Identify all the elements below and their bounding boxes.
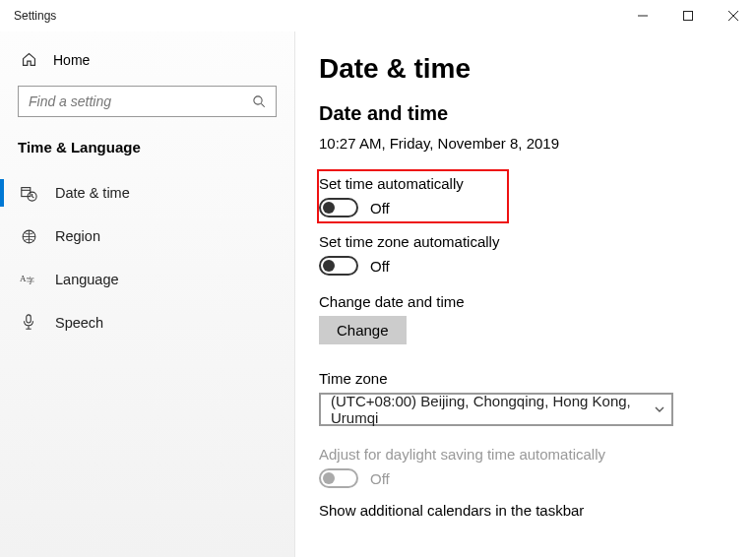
timezone-label: Time zone — [319, 370, 732, 387]
close-button[interactable] — [711, 0, 756, 31]
set-time-auto-label: Set time automatically — [319, 175, 499, 192]
category-title: Time & Language — [0, 131, 294, 171]
titlebar: Settings — [0, 0, 756, 31]
set-time-auto-state: Off — [370, 200, 390, 217]
page-title: Date & time — [319, 53, 732, 85]
microphone-icon — [20, 314, 37, 332]
home-label: Home — [53, 52, 90, 68]
sidebar-item-label: Region — [55, 228, 100, 244]
sidebar-item-label: Date & time — [55, 185, 130, 201]
timezone-value: (UTC+08:00) Beijing, Chongqing, Hong Kon… — [331, 393, 654, 426]
maximize-button[interactable] — [665, 0, 711, 31]
set-tz-auto-label: Set time zone automatically — [319, 233, 732, 250]
set-tz-auto-state: Off — [370, 258, 390, 275]
section-title: Date and time — [319, 102, 732, 125]
globe-icon — [20, 228, 37, 245]
current-datetime: 10:27 AM, Friday, November 8, 2019 — [319, 135, 732, 152]
svg-rect-7 — [27, 315, 32, 323]
svg-text:A: A — [20, 274, 27, 283]
main-content: Date & time Date and time 10:27 AM, Frid… — [295, 31, 756, 557]
window-title: Settings — [14, 9, 56, 23]
dst-toggle — [319, 468, 358, 488]
svg-rect-2 — [22, 188, 31, 197]
change-dt-label: Change date and time — [319, 293, 732, 310]
search-input[interactable] — [19, 93, 242, 109]
svg-rect-0 — [684, 12, 693, 21]
timezone-select[interactable]: (UTC+08:00) Beijing, Chongqing, Hong Kon… — [319, 393, 673, 426]
minimize-button[interactable] — [620, 0, 665, 31]
sidebar: Home Time & Language Date & time Region — [0, 31, 295, 557]
sidebar-item-date-time[interactable]: Date & time — [0, 171, 294, 215]
language-icon: A字 — [20, 271, 37, 288]
sidebar-item-label: Speech — [55, 315, 103, 331]
dst-state: Off — [370, 470, 390, 487]
search-icon — [242, 94, 276, 109]
additional-calendars-label: Show additional calendars in the taskbar — [319, 502, 732, 519]
sidebar-item-speech[interactable]: Speech — [0, 301, 294, 344]
home-icon — [20, 51, 37, 68]
sidebar-item-label: Language — [55, 272, 119, 287]
svg-point-1 — [253, 95, 261, 103]
search-box[interactable] — [18, 86, 277, 117]
set-time-auto-toggle[interactable] — [319, 198, 358, 217]
svg-text:字: 字 — [27, 277, 34, 285]
change-button[interactable]: Change — [319, 316, 407, 344]
set-tz-auto-toggle[interactable] — [319, 256, 358, 276]
sidebar-item-language[interactable]: A字 Language — [0, 258, 294, 301]
highlight-set-time-auto: Set time automatically Off — [317, 169, 509, 223]
dst-label: Adjust for daylight saving time automati… — [319, 446, 732, 463]
clock-calendar-icon — [20, 184, 37, 202]
chevron-down-icon — [654, 402, 665, 418]
sidebar-home[interactable]: Home — [0, 45, 294, 80]
sidebar-item-region[interactable]: Region — [0, 215, 294, 258]
